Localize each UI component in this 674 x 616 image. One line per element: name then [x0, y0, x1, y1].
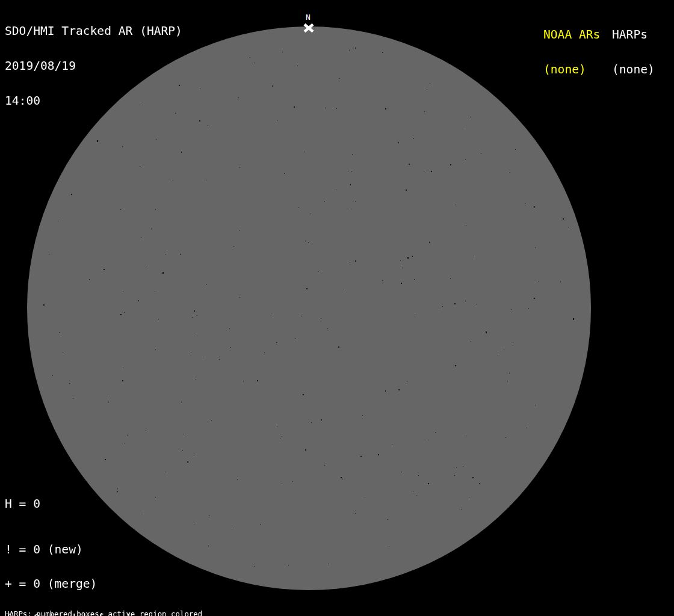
footer-line-harps: HARPs: numbered boxes; active region col…	[5, 611, 265, 616]
app-title: SDO/HMI Tracked AR (HARP)	[5, 25, 182, 37]
legend-item-merge: + = 0 (merge)	[5, 578, 140, 590]
harp-tracker-frame: N SDO/HMI Tracked AR (HARP) 2019/08/19 1…	[0, 0, 674, 616]
harps-column: HARPs (none)	[612, 6, 655, 99]
noaa-ars-value: (none)	[543, 64, 600, 75]
frame-date: 2019/08/19	[5, 60, 182, 72]
frame-time: 14:00	[5, 95, 182, 106]
legend-item-new: ! = 0 (new)	[5, 544, 140, 555]
harps-value: (none)	[612, 64, 655, 75]
north-cross-icon	[303, 23, 315, 33]
harps-label: HARPs	[612, 29, 655, 40]
footer-notes: HARPs: numbered boxes; active region col…	[5, 596, 265, 616]
north-label: N	[303, 13, 313, 21]
title-block: SDO/HMI Tracked AR (HARP) 2019/08/19 14:…	[5, 2, 182, 129]
noaa-ars-column: NOAA ARs (none)	[543, 6, 600, 99]
harp-count: H = 0	[5, 498, 40, 510]
noaa-ars-label: NOAA ARs	[543, 29, 600, 40]
